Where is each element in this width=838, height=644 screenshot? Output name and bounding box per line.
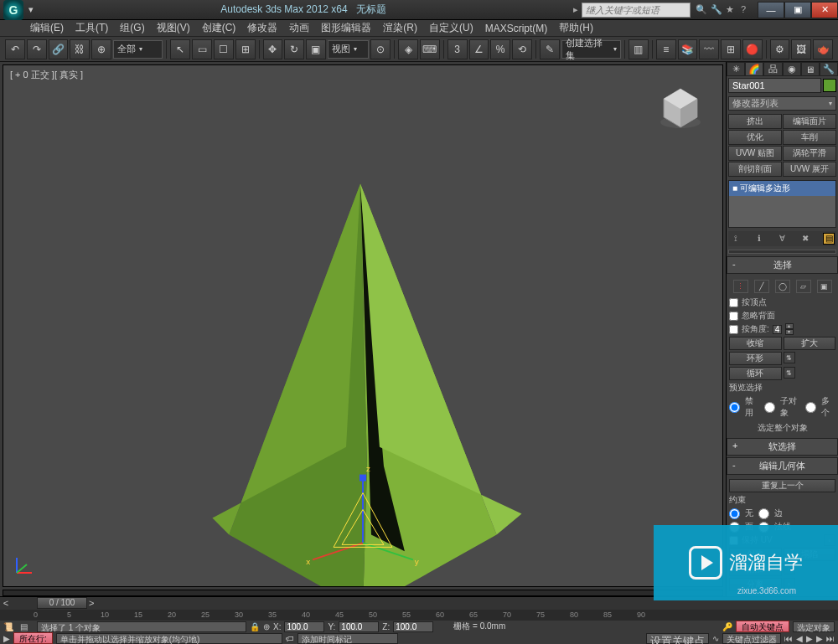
y-coord-input[interactable] [339, 621, 379, 632]
make-unique-icon[interactable]: ∀ [777, 233, 789, 245]
render-button[interactable]: 🫖 [813, 39, 833, 59]
ignore-backfacing-checkbox[interactable] [729, 312, 738, 321]
keymode-dropdown[interactable]: 选定对象 [793, 621, 835, 632]
by-vertex-checkbox[interactable] [729, 298, 738, 307]
x-coord-input[interactable] [284, 621, 324, 632]
constrain-none-radio[interactable] [729, 508, 740, 519]
modifier-list-dropdown[interactable]: 修改器列表 [728, 96, 836, 111]
rollout-selection-header[interactable]: 选择 [727, 256, 838, 274]
render-setup-button[interactable]: ⚙ [770, 39, 790, 59]
angle-spinner[interactable] [773, 325, 782, 334]
shrink-button[interactable]: 收缩 [729, 337, 782, 350]
play-icon[interactable]: ▶ [806, 634, 813, 643]
rect-select-button[interactable]: ☐ [214, 39, 234, 59]
edit-sel-button[interactable]: ✎ [540, 39, 560, 59]
menu-help[interactable]: 帮助(H) [554, 19, 598, 37]
unlink-button[interactable]: ⛓ [70, 39, 90, 59]
rotate-button[interactable]: ↻ [284, 39, 304, 59]
slider-prev[interactable]: < [0, 598, 12, 608]
autokey-button[interactable]: 自动关键点 [736, 621, 789, 632]
listener-icon[interactable]: ▤ [20, 622, 34, 631]
subobj-border-icon[interactable]: ◯ [775, 280, 790, 293]
stack-item-editpoly[interactable]: ■ 可编辑多边形 [729, 181, 835, 196]
create-tab[interactable]: ✳ [727, 62, 745, 76]
viewport-label[interactable]: [ + 0 正交 ][ 真实 ] [10, 69, 83, 81]
menu-create[interactable]: 创建(C) [197, 19, 241, 37]
render-frame-button[interactable]: 🖼 [791, 39, 811, 59]
play-end-icon[interactable]: ⏭ [826, 634, 835, 643]
utilities-tab[interactable]: 🔧 [820, 62, 838, 76]
modifier-stack[interactable]: ■ 可编辑多边形 [728, 180, 836, 228]
loop-button[interactable]: 循环 [729, 367, 782, 380]
subobj-poly-icon[interactable]: ▱ [796, 280, 811, 293]
constrain-edge-radio[interactable] [758, 508, 769, 519]
close-button[interactable]: ✕ [811, 2, 838, 18]
viewcube-icon[interactable] [655, 82, 706, 132]
lock-icon[interactable]: 🔒 [250, 622, 260, 631]
mod-slice[interactable]: 剖切剖面 [728, 162, 782, 177]
link-button[interactable]: 🔗 [49, 39, 69, 59]
ring-button[interactable]: 环形 [729, 352, 782, 365]
angle-snap-button[interactable]: ∠ [469, 39, 489, 59]
menu-modifiers[interactable]: 修改器 [242, 19, 282, 37]
keyboard-button[interactable]: ⌨ [420, 39, 440, 59]
z-coord-input[interactable] [393, 621, 433, 632]
loop-spin[interactable]: ⇅ [784, 367, 795, 379]
slider-thumb[interactable]: 0 / 100 [37, 597, 87, 609]
menu-tools[interactable]: 工具(T) [70, 19, 113, 37]
subobj-element-icon[interactable]: ▣ [817, 280, 832, 293]
mod-editpatch[interactable]: 编辑面片 [783, 114, 836, 129]
bind-button[interactable]: ⊕ [91, 39, 111, 59]
schematic-button[interactable]: ⊞ [721, 39, 741, 59]
mod-unwrap[interactable]: UVW 展开 [783, 162, 836, 177]
time-tag-icon[interactable]: 🏷 [286, 634, 294, 643]
refcoord-dropdown[interactable]: 视图 [328, 40, 370, 59]
help-icon[interactable]: ? [741, 4, 753, 16]
mod-uvwmap[interactable]: UVW 贴图 [728, 146, 782, 161]
modify-tab[interactable]: 🌈 [745, 62, 763, 76]
motion-tab[interactable]: ◉ [783, 62, 801, 76]
subobj-vertex-icon[interactable]: ⋮ [733, 280, 748, 293]
configure-sets-icon[interactable]: ▤ [823, 233, 835, 245]
star-icon[interactable]: ★ [726, 4, 737, 16]
object-name-field[interactable]: Star001 [728, 78, 821, 93]
window-crossing-button[interactable]: ⊞ [235, 39, 256, 59]
app-icon[interactable]: G [3, 0, 23, 20]
mod-optimize[interactable]: 优化 [728, 130, 782, 145]
mirror-button[interactable]: ▥ [628, 39, 649, 59]
menu-group[interactable]: 组(G) [115, 19, 149, 37]
keyfilter-icon[interactable]: ∿ [712, 634, 719, 643]
repeat-last-button[interactable]: 重复上一个 [729, 479, 835, 492]
menu-render[interactable]: 渲染(R) [378, 19, 422, 37]
viewport[interactable]: [ + 0 正交 ][ 真实 ] z x y [3, 64, 723, 587]
menu-views[interactable]: 视图(V) [152, 19, 195, 37]
select-manip-button[interactable]: ◈ [398, 39, 418, 59]
play-next-icon[interactable]: ▶ [816, 634, 823, 643]
panel-divider[interactable] [728, 250, 836, 254]
mod-turbosmooth[interactable]: 涡轮平滑 [783, 146, 836, 161]
subobj-edge-icon[interactable]: ╱ [754, 280, 769, 293]
preview-off-radio[interactable] [729, 402, 740, 413]
coord-toggle-icon[interactable]: ⊕ [263, 622, 270, 631]
menu-maxscript[interactable]: MAXScript(M) [480, 21, 553, 36]
wrench-icon[interactable]: 🔧 [711, 4, 722, 16]
script-icon[interactable]: 📜 [3, 622, 17, 631]
percent-snap-button[interactable]: % [490, 39, 510, 59]
slider-next[interactable]: > [89, 598, 94, 608]
play-start-icon[interactable]: ⏮ [784, 634, 793, 643]
scale-button[interactable]: ▣ [306, 39, 326, 59]
material-button[interactable]: 🔴 [742, 39, 763, 59]
time-ruler[interactable]: 05 1015 2025 3035 4045 5055 6065 7075 80… [0, 610, 838, 621]
restore-button[interactable]: ▣ [784, 2, 811, 18]
spinner-snap-button[interactable]: ⟲ [512, 39, 532, 59]
viewport-scrollbar[interactable] [3, 590, 723, 596]
minimize-button[interactable]: — [758, 2, 784, 18]
filter-dropdown[interactable]: 全部 [113, 40, 163, 59]
mod-extrude[interactable]: 挤出 [728, 114, 782, 129]
select-name-button[interactable]: ▭ [192, 39, 212, 59]
script-run-icon[interactable]: ▶ [3, 634, 10, 643]
binoculars-icon[interactable]: 🔍 [696, 4, 707, 16]
pivot-button[interactable]: ⊙ [370, 39, 391, 59]
key-icon[interactable]: 🔑 [722, 622, 732, 631]
time-tag-field[interactable]: 添加时间标记 [297, 633, 398, 644]
